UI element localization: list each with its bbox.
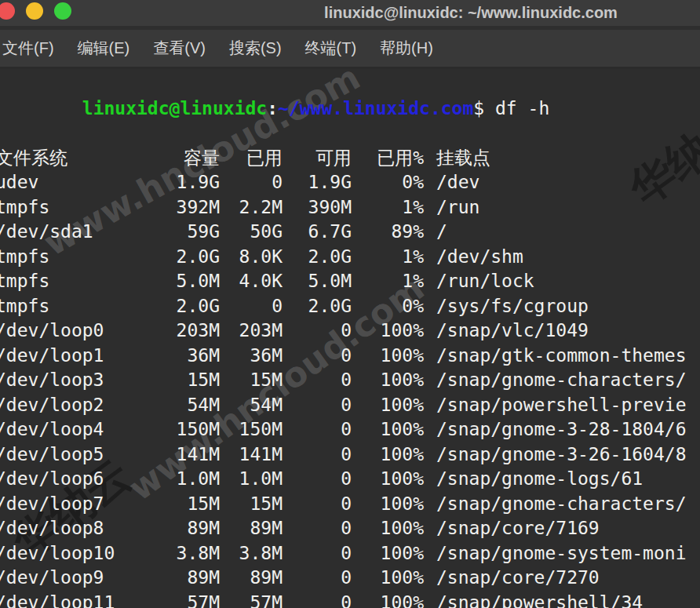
cell-used: 1.0M xyxy=(220,467,283,492)
terminal-window: linuxidc@linuxidc: ~/www.linuxidc.com 文件… xyxy=(0,0,700,608)
table-row: /dev/loop61.0M1.0M0100%/snap/gnome-logs/… xyxy=(0,467,700,492)
table-row: /dev/loop889M89M0100%/snap/core/7169 xyxy=(0,516,700,541)
cell-avail: 6.7G xyxy=(283,220,352,245)
cell-used: 15M xyxy=(220,492,283,517)
cell-used: 150M xyxy=(220,417,283,442)
cell-use-percent: 100% xyxy=(352,516,424,541)
cell-filesystem: /dev/loop11 xyxy=(0,591,162,608)
cell-mounted-on: /snap/gnome-3-26-1604/8 xyxy=(424,442,687,468)
cell-size: 141M xyxy=(162,442,220,468)
cell-filesystem: /dev/loop4 xyxy=(0,417,162,442)
cell-filesystem: udev xyxy=(0,170,162,195)
cell-size: 392M xyxy=(162,195,220,220)
cell-avail: 2.0G xyxy=(283,294,352,319)
df-output-rows: udev1.9G01.9G0%/devtmpfs392M2.2M390M1%/r… xyxy=(0,170,700,608)
cell-size: 89M xyxy=(162,516,220,541)
cell-size: 89M xyxy=(162,566,220,591)
cell-use-percent: 0% xyxy=(352,170,424,195)
table-row: /dev/loop4150M150M0100%/snap/gnome-3-28-… xyxy=(0,417,700,442)
cell-mounted-on: /snap/gnome-characters/ xyxy=(424,368,687,393)
header-use-percent: 已用% xyxy=(352,146,424,171)
header-size: 容量 xyxy=(162,146,220,171)
cell-used: 4.0K xyxy=(220,269,283,294)
cell-mounted-on: / xyxy=(424,220,447,245)
cell-used: 54M xyxy=(220,393,283,418)
table-row: /dev/loop989M89M0100%/snap/core/7270 xyxy=(0,566,700,591)
menu-item-search[interactable]: 搜索(S) xyxy=(229,38,282,59)
cell-used: 15M xyxy=(220,368,283,393)
cell-mounted-on: /snap/gnome-characters/ xyxy=(424,492,687,517)
table-row: udev1.9G01.9G0%/dev xyxy=(0,170,700,195)
header-used: 已用 xyxy=(220,146,283,171)
cell-size: 2.0G xyxy=(162,245,220,270)
cell-mounted-on: /snap/gnome-logs/61 xyxy=(424,467,643,492)
cell-mounted-on: /run/lock xyxy=(424,269,534,294)
cell-use-percent: 100% xyxy=(352,417,424,442)
menu-item-view[interactable]: 查看(V) xyxy=(153,38,206,59)
title-bar[interactable]: linuxidc@linuxidc: ~/www.linuxidc.com xyxy=(0,0,700,26)
prompt-user-host: linuxidc@linuxidc xyxy=(82,98,267,118)
cell-used: 36M xyxy=(220,344,283,369)
cell-use-percent: 100% xyxy=(352,393,424,418)
maximize-button-icon[interactable] xyxy=(54,2,71,20)
cell-use-percent: 100% xyxy=(352,566,424,591)
cell-use-percent: 100% xyxy=(352,368,424,393)
cell-filesystem: /dev/loop7 xyxy=(0,492,162,517)
cell-used: 203M xyxy=(220,319,283,344)
table-row: tmpfs5.0M4.0K5.0M1%/run/lock xyxy=(0,269,700,294)
cell-avail: 0 xyxy=(283,467,352,492)
cell-use-percent: 100% xyxy=(352,492,424,517)
cell-used: 3.8M xyxy=(220,541,283,566)
cell-avail: 0 xyxy=(283,541,352,566)
menu-item-file[interactable]: 文件(F) xyxy=(2,38,54,59)
cell-size: 150M xyxy=(162,417,220,442)
cell-filesystem: /dev/loop2 xyxy=(0,393,162,418)
cell-mounted-on: /snap/vlc/1049 xyxy=(424,319,589,344)
minimize-button-icon[interactable] xyxy=(26,2,43,20)
terminal-screen[interactable]: www.hncloud.comwww.hncloud.com华纳云华纳云 lin… xyxy=(0,69,700,608)
table-row: /dev/loop136M36M0100%/snap/gtk-common-th… xyxy=(0,344,700,369)
cell-filesystem: tmpfs xyxy=(0,245,162,270)
prompt-separator: : xyxy=(267,98,278,118)
cell-size: 15M xyxy=(162,492,220,517)
table-row: /dev/loop0203M203M0100%/snap/vlc/1049 xyxy=(0,319,700,344)
cell-size: 36M xyxy=(162,344,220,369)
cell-size: 1.9G xyxy=(162,170,220,195)
cell-mounted-on: /snap/gtk-common-themes xyxy=(424,344,687,369)
cell-avail: 0 xyxy=(283,319,352,344)
table-row: tmpfs392M2.2M390M1%/run xyxy=(0,195,700,220)
cell-filesystem: /dev/loop3 xyxy=(0,368,162,393)
table-row: /dev/loop715M15M0100%/snap/gnome-charact… xyxy=(0,492,700,517)
cell-filesystem: tmpfs xyxy=(0,195,162,220)
menu-item-terminal[interactable]: 终端(T) xyxy=(305,38,357,59)
cell-filesystem: /dev/loop8 xyxy=(0,516,162,541)
cell-use-percent: 100% xyxy=(352,467,424,492)
cell-used: 2.2M xyxy=(220,195,283,220)
header-filesystem: 文件系统 xyxy=(0,146,162,171)
cell-filesystem: /dev/loop9 xyxy=(0,566,162,591)
table-row: tmpfs2.0G8.0K2.0G1%/dev/shm xyxy=(0,245,700,270)
menu-item-help[interactable]: 帮助(H) xyxy=(380,38,433,59)
menu-item-edit[interactable]: 编辑(E) xyxy=(78,38,130,59)
cell-use-percent: 89% xyxy=(352,220,424,245)
prompt-path: ~/www.linuxidc.com xyxy=(278,98,473,118)
header-avail: 可用 xyxy=(283,146,352,171)
prompt-dollar: $ xyxy=(473,98,484,118)
cell-avail: 0 xyxy=(283,417,352,442)
cell-filesystem: /dev/loop10 xyxy=(0,541,162,566)
cell-size: 5.0M xyxy=(162,269,220,294)
cell-size: 15M xyxy=(162,368,220,393)
cell-use-percent: 100% xyxy=(352,442,424,468)
cell-avail: 390M xyxy=(283,195,352,220)
cell-avail: 5.0M xyxy=(283,269,352,294)
terminal-output: linuxidc@linuxidc:~/www.linuxidc.com$ df… xyxy=(0,71,700,608)
cell-avail: 0 xyxy=(283,393,352,418)
cell-size: 59G xyxy=(162,220,220,245)
table-row: /dev/loop103.8M3.8M0100%/snap/gnome-syst… xyxy=(0,541,700,566)
cell-used: 0 xyxy=(220,170,283,195)
cell-filesystem: /dev/loop5 xyxy=(0,442,162,468)
cell-mounted-on: /run xyxy=(424,195,479,220)
table-header-row: 文件系统 容量 已用 可用 已用% 挂载点 xyxy=(0,146,700,171)
close-button-icon[interactable] xyxy=(0,2,15,20)
cell-mounted-on: /sys/fs/cgroup xyxy=(424,294,589,319)
